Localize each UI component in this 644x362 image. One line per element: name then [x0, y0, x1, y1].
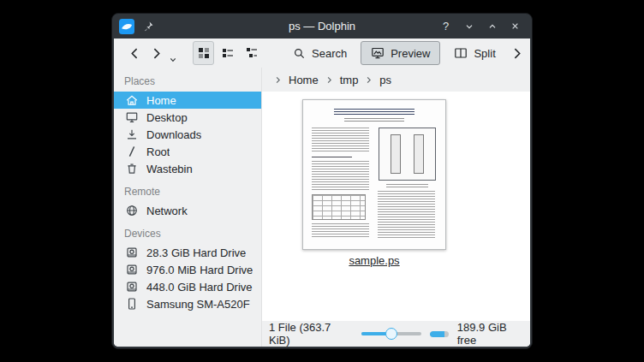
file-item-sample-ps[interactable]: sample.ps — [301, 99, 447, 267]
toolbar-overflow-button[interactable] — [506, 41, 528, 65]
preview-icon — [371, 46, 385, 60]
sidebar-item-downloads[interactable]: Downloads — [114, 126, 261, 143]
sidebar-item-wastebin[interactable]: Wastebin — [114, 160, 261, 177]
places-panel: Places Home Desktop — [114, 68, 261, 347]
chevron-right-icon — [510, 46, 524, 61]
main-panel: Home tmp ps — [261, 68, 530, 347]
file-name-label: sample.ps — [349, 254, 399, 267]
sidebar-item-label: Downloads — [146, 128, 201, 141]
thumb-text-block — [312, 128, 369, 151]
thumb-columns — [312, 128, 437, 241]
capacity-bar — [430, 331, 449, 337]
sidebar-item-label: Wastebin — [146, 163, 193, 175]
minimize-button[interactable] — [459, 16, 479, 36]
toolbar: Search Preview Split — [114, 39, 530, 68]
desktop-background: ps — Dolphin ? — [0, 0, 644, 362]
zoom-slider[interactable] — [361, 328, 421, 340]
breadcrumb-item-ps[interactable]: ps — [377, 73, 394, 87]
breadcrumb-chevron-icon — [273, 75, 283, 85]
hard-drive-icon — [125, 246, 139, 259]
sidebar-item-phone[interactable]: Samsung SM-A520F — [114, 295, 261, 312]
smartphone-icon — [125, 297, 139, 311]
thumb-right-column — [378, 128, 437, 241]
split-icon — [454, 46, 468, 60]
sidebar-item-desktop[interactable]: Desktop — [114, 109, 261, 126]
status-summary: 1 File (363.7 KiB) — [269, 321, 344, 347]
sidebar-item-root[interactable]: Root — [114, 143, 261, 160]
breadcrumb: Home tmp ps — [262, 68, 530, 92]
view-mode-group — [193, 41, 262, 65]
download-icon — [125, 128, 139, 141]
sidebar-item-label: 976.0 MiB Hard Drive — [146, 264, 253, 276]
split-button-label: Split — [474, 47, 495, 60]
icons-view-icon — [197, 46, 211, 60]
breadcrumb-item-home[interactable]: Home — [286, 73, 321, 87]
sidebar-item-drive-2[interactable]: 976.0 MiB Hard Drive — [114, 261, 261, 278]
preview-button[interactable]: Preview — [361, 41, 440, 65]
file-thumbnail — [302, 99, 446, 250]
thumb-figure-bar — [391, 134, 401, 174]
thumb-left-column — [312, 128, 371, 241]
sidebar-item-label: 28.3 GiB Hard Drive — [146, 246, 246, 259]
sidebar-item-network[interactable]: Network — [114, 202, 261, 219]
details-view-button[interactable] — [241, 41, 262, 65]
breadcrumb-chevron-icon — [325, 75, 334, 85]
preview-button-label: Preview — [391, 47, 430, 60]
icons-view-button[interactable] — [193, 41, 214, 65]
window-body: Search Preview Split — [114, 39, 530, 347]
sidebar-item-drive-1[interactable]: 28.3 GiB Hard Drive — [114, 244, 261, 261]
thumb-figure — [379, 128, 436, 181]
trash-icon — [125, 162, 139, 175]
maximize-button[interactable] — [482, 16, 502, 36]
thumb-text-block — [312, 161, 369, 190]
pin-button[interactable] — [138, 16, 158, 36]
sidebar-section-header-places: Places — [114, 69, 261, 92]
dolphin-window: ps — Dolphin ? — [111, 13, 533, 349]
sidebar-item-home[interactable]: Home — [114, 92, 261, 109]
sidebar-item-label: Desktop — [146, 111, 188, 124]
thumb-figure-bar — [414, 134, 424, 174]
root-slash-icon — [125, 145, 139, 158]
pin-icon — [142, 21, 154, 33]
history-dropdown-button[interactable] — [167, 52, 179, 68]
sidebar-section-header-devices: Devices — [114, 219, 261, 244]
chevron-left-icon — [128, 46, 142, 61]
sidebar-item-label: 448.0 GiB Hard Drive — [146, 281, 253, 294]
close-button[interactable] — [505, 16, 525, 36]
forward-button[interactable] — [146, 41, 167, 65]
chevron-down-small-icon — [169, 56, 177, 64]
back-button[interactable] — [124, 41, 146, 65]
zoom-slider-handle[interactable] — [385, 328, 397, 340]
help-icon: ? — [443, 20, 449, 33]
close-icon — [510, 21, 521, 32]
capacity-bar-fill — [430, 331, 444, 337]
sidebar-item-drive-3[interactable]: 448.0 GiB Hard Drive — [114, 278, 261, 295]
titlebar-left-group — [119, 16, 158, 36]
thumb-text-block — [312, 223, 369, 238]
breadcrumb-item-tmp[interactable]: tmp — [337, 73, 361, 87]
window-title: ps — Dolphin — [165, 20, 479, 33]
search-button-label: Search — [312, 47, 347, 60]
desktop-icon — [125, 110, 139, 124]
network-globe-icon — [125, 204, 139, 217]
titlebar-right-group: ? — [436, 16, 525, 36]
sidebar-section-header-remote: Remote — [114, 177, 261, 202]
home-icon — [125, 93, 139, 107]
help-button[interactable]: ? — [436, 16, 456, 36]
thumb-section-heading — [312, 157, 352, 157]
folder-view[interactable]: sample.ps — [262, 92, 530, 321]
search-icon — [293, 47, 306, 60]
chevron-right-icon — [149, 46, 164, 61]
sidebar-item-label: Home — [146, 94, 176, 107]
dolphin-app-icon — [119, 19, 134, 34]
compact-view-button[interactable] — [217, 41, 238, 65]
split-button[interactable]: Split — [444, 41, 505, 65]
hard-drive-icon — [125, 263, 139, 276]
content-area: Places Home Desktop — [114, 68, 530, 347]
chevron-up-icon — [486, 21, 498, 33]
titlebar[interactable]: ps — Dolphin ? — [114, 14, 530, 39]
thumb-figure-caption — [386, 184, 428, 187]
details-view-icon — [245, 46, 259, 60]
search-button[interactable]: Search — [283, 41, 357, 65]
chevron-down-icon — [463, 21, 475, 33]
